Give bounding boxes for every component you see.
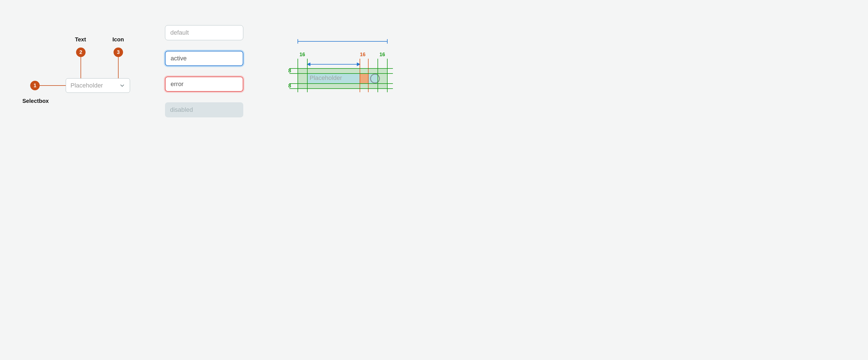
spec-panel: Placeholder 16 16 16 8 8 — [284, 36, 399, 109]
spec-pad-top: 8 — [288, 68, 291, 74]
anatomy-badge-1: 1 — [30, 81, 40, 90]
selectbox-placeholder-text: Placeholder — [70, 82, 103, 89]
states-panel: default active error disabled — [165, 25, 249, 128]
spec-measurement-overlay — [284, 36, 399, 109]
state-active[interactable]: active — [165, 51, 243, 66]
selectbox[interactable]: Placeholder — [66, 78, 130, 93]
state-active-label: active — [170, 55, 187, 62]
chevron-down-icon — [119, 83, 125, 89]
state-error[interactable]: error — [165, 76, 243, 92]
spec-pad-bottom: 8 — [288, 83, 291, 89]
svg-rect-11 — [360, 73, 368, 84]
state-disabled: disabled — [165, 102, 243, 118]
spec-pad-right: 16 — [379, 52, 385, 58]
anatomy-label-selectbox: Selectbox — [22, 98, 49, 104]
spec-placeholder-text: Placeholder — [310, 74, 342, 81]
spec-pad-left: 16 — [300, 52, 305, 58]
spec-pad-mid: 16 — [360, 52, 366, 58]
svg-marker-7 — [307, 63, 310, 66]
svg-marker-8 — [357, 63, 360, 66]
state-default-label: default — [170, 29, 189, 36]
state-error-label: error — [170, 80, 183, 88]
state-disabled-label: disabled — [170, 106, 193, 113]
anatomy-panel: Text Icon 2 3 1 Selectbox Placeholder — [22, 39, 140, 112]
state-default[interactable]: default — [165, 25, 243, 40]
